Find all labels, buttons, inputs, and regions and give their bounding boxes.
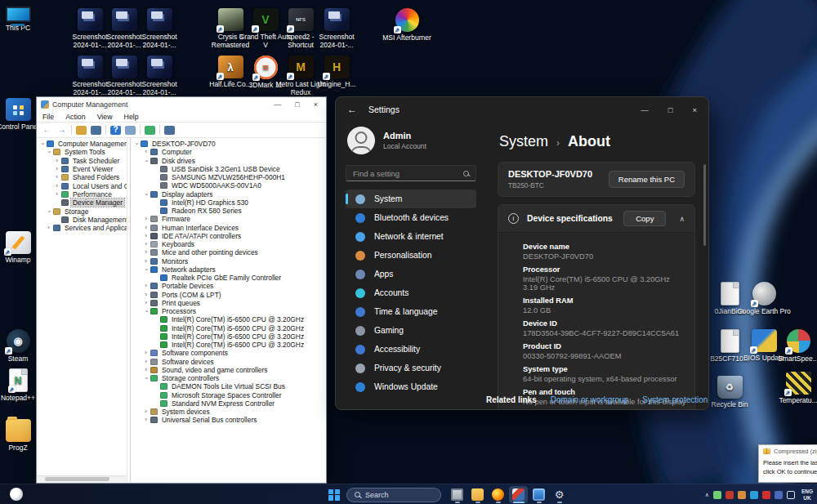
device-tree-item[interactable]: › Disk drives	[131, 157, 326, 165]
cm-maximize-button[interactable]: □	[295, 100, 299, 109]
start-button[interactable]	[328, 489, 340, 501]
settings-nav-item[interactable]: Personalisation	[346, 246, 476, 265]
cm-menu-item[interactable]: File	[37, 113, 60, 121]
device-tree-item[interactable]: › Display adapters	[131, 190, 326, 198]
settings-nav-item[interactable]: Accounts	[346, 283, 476, 302]
device-tree-item[interactable]: › Firmware	[131, 215, 326, 223]
language-indicator[interactable]: ENG UK	[801, 488, 813, 501]
settings-nav-item[interactable]: Accessibility	[346, 340, 476, 359]
chevron-icon[interactable]: ›	[53, 183, 60, 190]
cm-horizontal-scrollbar[interactable]	[37, 475, 127, 482]
settings-nav-item[interactable]: Apps	[346, 265, 476, 283]
widgets-weather-icon[interactable]	[10, 488, 23, 501]
chevron-icon[interactable]: ›	[46, 149, 52, 156]
scrollbar-thumb[interactable]	[45, 477, 109, 481]
console-tree-icon[interactable]	[76, 126, 87, 135]
settings-nav-item[interactable]: Windows Update	[346, 377, 476, 396]
desktop-icon-recycle-bin[interactable]: ♻ ↗ Recycle Bin	[703, 376, 757, 408]
chevron-icon[interactable]: ›	[142, 408, 150, 415]
cm-close-button[interactable]: ×	[314, 100, 318, 109]
toolbar-separator[interactable]	[105, 125, 106, 135]
chevron-icon[interactable]: ›	[142, 283, 150, 289]
tray-chat-icon[interactable]	[713, 491, 721, 499]
settings-nav-item[interactable]: Network & internet	[346, 227, 476, 246]
computer-icon[interactable]	[164, 126, 175, 135]
tree-item[interactable]: › Services and Applications	[37, 224, 127, 232]
tree-item[interactable]: › Performance	[37, 190, 127, 198]
settings-nav-item[interactable]: Bluetooth & devices	[346, 208, 476, 227]
device-tree-item[interactable]: › Intel(R) Core(TM) i5-6500 CPU @ 3.20GH…	[131, 324, 326, 332]
settings-title-bar[interactable]: ← Settings — □ ×	[336, 97, 708, 122]
tree-item[interactable]: › Disk Management	[37, 216, 127, 224]
desktop-icon-screenshot-7[interactable]: ↗ Screenshot 2024-01-...	[132, 56, 186, 96]
settings-nav-item[interactable]: Time & language	[346, 302, 476, 321]
chevron-up-icon[interactable]: ∧	[679, 215, 685, 223]
device-tree-item[interactable]: › Universal Serial Bus controllers	[131, 416, 326, 424]
device-tree-item[interactable]: › Processors	[131, 307, 326, 315]
properties-icon[interactable]	[91, 126, 101, 135]
device-tree-item[interactable]: › Standard NVM Express Controller	[131, 399, 326, 408]
copy-button[interactable]: Copy	[623, 211, 666, 226]
tree-item[interactable]: › System Tools	[37, 148, 127, 156]
device-tree-item[interactable]: › Portable Devices	[131, 282, 326, 290]
desktop-icon-smartspee[interactable]: ↗ SmartSpee...	[771, 329, 817, 363]
related-link[interactable]: System protection	[642, 395, 708, 404]
tree-item[interactable]: › Shared Folders	[37, 173, 127, 181]
cm-menu-item[interactable]: Help	[118, 113, 145, 121]
back-arrow-icon[interactable]: ←	[347, 104, 357, 115]
back-icon[interactable]: ←	[42, 126, 52, 135]
device-tree-item[interactable]: › USB SanDisk 3.2Gen1 USB Device	[131, 165, 326, 173]
chevron-icon[interactable]: ›	[39, 140, 46, 148]
taskbar-search[interactable]: Search	[346, 488, 441, 502]
chevron-icon[interactable]: ›	[142, 241, 150, 248]
device-tree-item[interactable]: › Computer	[131, 148, 326, 156]
chevron-icon[interactable]: ›	[142, 292, 150, 298]
chevron-icon[interactable]: ›	[133, 140, 140, 148]
cm-minimize-button[interactable]: —	[274, 100, 281, 109]
cm-menu-item[interactable]: View	[92, 113, 118, 121]
settings-search-input[interactable]: Find a setting	[346, 165, 476, 181]
taskbar-app-computer-management[interactable]	[448, 486, 467, 503]
desktop-icon-screenshot-3[interactable]: ↗ Screenshot 2024-01-...	[132, 8, 186, 49]
chevron-icon[interactable]: ›	[53, 158, 60, 164]
device-tree-item[interactable]: › Ports (COM & LPT)	[131, 291, 326, 299]
device-tree-item[interactable]: › Monitors	[131, 257, 326, 265]
device-tree-item[interactable]: › Intel(R) HD Graphics 530	[131, 198, 326, 207]
chevron-icon[interactable]: ›	[53, 166, 60, 172]
toolbar-separator[interactable]	[140, 125, 141, 135]
related-link[interactable]: Domain or workgroup	[551, 395, 629, 404]
device-tree-item[interactable]: › Print queues	[131, 299, 326, 307]
settings-nav-item[interactable]: System	[346, 190, 476, 208]
chevron-icon[interactable]: ›	[142, 350, 150, 356]
chevron-icon[interactable]: ›	[142, 300, 150, 306]
device-tree-item[interactable]: › SAMSUNG MZVLW256HEHP-000H1	[131, 173, 326, 181]
chevron-icon[interactable]: ›	[142, 233, 150, 239]
device-tree-item[interactable]: › Intel(R) Core(TM) i5-6500 CPU @ 3.20GH…	[131, 332, 326, 341]
chevron-icon[interactable]: ›	[143, 190, 150, 198]
chevron-icon[interactable]: ›	[142, 149, 150, 155]
tray-overflow-chevron-icon[interactable]: ∧	[705, 492, 709, 498]
tray-blue-app-icon[interactable]	[750, 491, 758, 499]
device-tree-item[interactable]: › System devices	[131, 408, 326, 416]
cm-menu-item[interactable]: Action	[60, 113, 91, 121]
chevron-icon[interactable]: ›	[142, 367, 150, 373]
tree-item[interactable]: › Local Users and Groups	[37, 181, 127, 190]
toolbar-separator[interactable]	[159, 125, 160, 135]
device-tree-item[interactable]: › Sound, video and game controllers	[131, 366, 326, 374]
settings-close-button[interactable]: ×	[692, 105, 697, 114]
taskbar-app-device-manager[interactable]	[509, 486, 528, 503]
chevron-icon[interactable]: ›	[46, 207, 52, 215]
device-specifications-header[interactable]: i Device specifications Copy ∧	[498, 205, 694, 232]
desktop-icon-unigine-h[interactable]: H ↗ Unigine_H...	[310, 56, 364, 88]
chevron-icon[interactable]: ›	[142, 258, 150, 265]
device-tree-item[interactable]: › Intel(R) Core(TM) i5-6500 CPU @ 3.20GH…	[131, 315, 326, 323]
breadcrumb-parent[interactable]: System	[499, 133, 548, 150]
device-tree-item[interactable]: › Keyboards	[131, 240, 326, 248]
cm-title-bar[interactable]: Computer Management — □ ×	[37, 97, 326, 111]
chevron-icon[interactable]: ›	[142, 249, 150, 256]
taskbar-app-blue-app[interactable]	[529, 486, 548, 503]
chevron-icon[interactable]: ›	[45, 225, 52, 231]
help-icon[interactable]: ?	[110, 126, 121, 135]
device-tree-item[interactable]: › Intel(R) Core(TM) i5-6500 CPU @ 3.20GH…	[131, 341, 326, 349]
desktop-icon-msi-afterburner[interactable]: ↗ MSI Afterburner	[380, 8, 434, 42]
